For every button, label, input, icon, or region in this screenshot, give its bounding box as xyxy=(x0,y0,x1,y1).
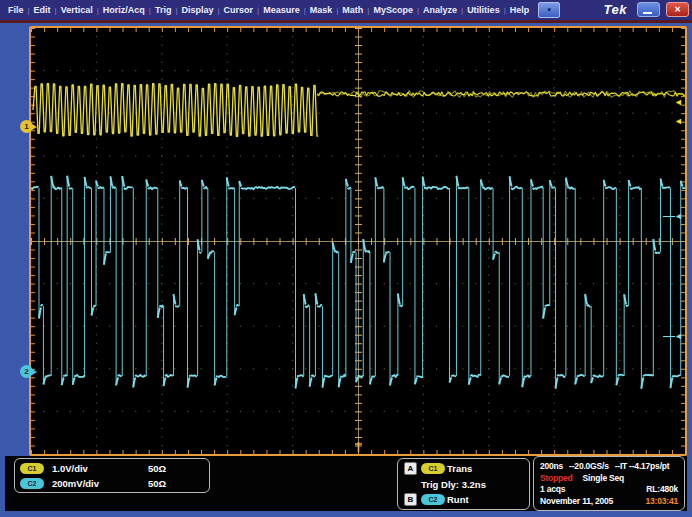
date-time-row: November 11, 2005 13:03:41 xyxy=(540,495,678,507)
trigger-a-upper-level-arrow-icon[interactable]: ◄ xyxy=(674,98,683,107)
chevron-down-icon: ▼ xyxy=(546,7,552,13)
resolution-readout: --4.17ps/pt xyxy=(629,461,669,471)
horizontal-readout-row: 200ns --20.0GS/s --IT --4.17ps/pt xyxy=(540,460,678,472)
trigger-b-upper-level-arrow-icon[interactable]: ◄ xyxy=(674,212,683,221)
menu-item-cursor[interactable]: Cursor xyxy=(220,5,258,15)
channel-1-scale: 1.0V/div xyxy=(52,463,148,474)
trigger-a-lower-level-arrow-icon[interactable]: ◄ xyxy=(674,117,683,126)
date-readout: November 11, 2005 xyxy=(540,496,613,506)
channel-1-termination: 50Ω xyxy=(148,463,166,474)
time-readout: 13:03:41 xyxy=(646,496,678,506)
menu-bar-items: File|Edit|Vertical|Horiz/Acq|Trig|Displa… xyxy=(4,5,533,15)
window-controls: Tek ✕ xyxy=(604,2,689,17)
menu-item-measure[interactable]: Measure xyxy=(259,5,304,15)
channel-2-marker[interactable]: 2 xyxy=(20,365,33,378)
channel-2-termination: 50Ω xyxy=(148,478,166,489)
menu-item-math[interactable]: Math xyxy=(338,5,367,15)
graticule-area: 1 2 ◄ ◄ ◄ ◄ xyxy=(29,26,687,456)
trigger-a-type: Trans xyxy=(447,463,472,474)
menu-dropdown-button[interactable]: ▼ xyxy=(538,2,560,18)
trigger-readout-box: A C1 Trans Trig Dly: 3.2ns B C2 Runt xyxy=(397,458,530,510)
trigger-delay: Trig Dly: 3.2ns xyxy=(404,478,523,491)
channel-2-badge: C2 xyxy=(20,478,44,489)
minimize-button[interactable] xyxy=(637,2,660,17)
menu-item-edit[interactable]: Edit xyxy=(30,5,55,15)
trigger-b-lower-level-arrow-icon[interactable]: ◄ xyxy=(674,332,683,341)
menu-item-display[interactable]: Display xyxy=(177,5,217,15)
menu-bar: File|Edit|Vertical|Horiz/Acq|Trig|Displa… xyxy=(0,0,692,20)
minimize-icon xyxy=(643,12,652,14)
menu-item-file[interactable]: File xyxy=(4,5,28,15)
channel-1-readout: C1 1.0V/div 50Ω xyxy=(20,462,204,475)
menu-item-vertical[interactable]: Vertical xyxy=(57,5,97,15)
interpolation-readout: --IT xyxy=(615,461,627,471)
channel-1-marker[interactable]: 1 xyxy=(20,120,33,133)
menu-item-analyze[interactable]: Analyze xyxy=(419,5,461,15)
trigger-a-source-badge: C1 xyxy=(421,463,445,474)
channel-1-badge: C1 xyxy=(20,463,44,474)
acquisition-readout-box: 200ns --20.0GS/s --IT --4.17ps/pt Stoppe… xyxy=(533,456,685,511)
status-row: Stopped Single Seq xyxy=(540,472,678,484)
menu-item-horizacq[interactable]: Horiz/Acq xyxy=(99,5,149,15)
record-length: RL:480k xyxy=(646,484,678,494)
readout-strip: C1 1.0V/div 50Ω C2 200mV/div 50Ω A C1 Tr… xyxy=(5,456,687,511)
waveform-display[interactable] xyxy=(31,28,685,454)
acquisition-count: 1 acqs xyxy=(540,484,565,494)
channel-2-scale: 200mV/div xyxy=(52,478,148,489)
menu-item-mask[interactable]: Mask xyxy=(306,5,337,15)
menu-item-myscope[interactable]: MyScope xyxy=(369,5,417,15)
tek-logo: Tek xyxy=(604,2,627,17)
trigger-a-badge: A xyxy=(404,462,417,475)
acquisition-mode: Single Seq xyxy=(583,473,624,483)
channel-2-readout: C2 200mV/div 50Ω xyxy=(20,477,204,490)
menu-separator-line xyxy=(0,20,692,23)
trigger-b-row: B C2 Runt xyxy=(404,493,523,506)
sample-rate-readout: --20.0GS/s xyxy=(569,461,609,471)
channel-readout-box: C1 1.0V/div 50Ω C2 200mV/div 50Ω xyxy=(14,458,210,493)
timebase-readout: 200ns xyxy=(540,461,563,471)
trigger-b-source-badge: C2 xyxy=(421,494,445,505)
acq-count-row: 1 acqs RL:480k xyxy=(540,484,678,496)
menu-item-trig[interactable]: Trig xyxy=(151,5,176,15)
trigger-b-type: Runt xyxy=(447,494,469,505)
close-button[interactable]: ✕ xyxy=(666,2,689,17)
close-icon: ✕ xyxy=(674,6,681,14)
acquisition-status: Stopped xyxy=(540,473,573,483)
trigger-a-row: A C1 Trans xyxy=(404,462,523,475)
trigger-b-badge: B xyxy=(404,493,417,506)
menu-item-utilities[interactable]: Utilities xyxy=(463,5,504,15)
menu-item-help[interactable]: Help xyxy=(506,5,534,15)
